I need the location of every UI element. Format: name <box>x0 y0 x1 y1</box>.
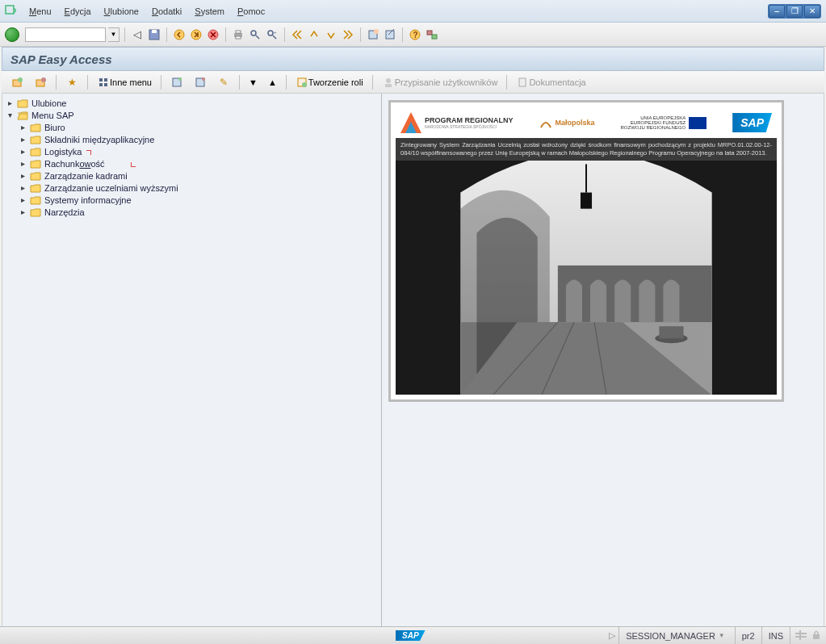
expand-icon[interactable]: ▸ <box>19 147 27 156</box>
dokumentacja-button: Dokumentacja <box>512 74 589 90</box>
new-session-icon[interactable] <box>366 27 380 42</box>
collapse-icon[interactable]: ▾ <box>6 111 14 119</box>
status-arrow-icon[interactable]: ▷ <box>606 630 618 641</box>
svg-rect-0 <box>6 6 14 14</box>
find-next-icon[interactable]: + <box>265 27 279 42</box>
przypisanie-button: Przypisanie użytkowników <box>378 74 502 90</box>
tworzenie-roli-button[interactable]: Tworzenie roli <box>291 74 367 90</box>
sap-logo: SAP <box>732 113 772 132</box>
help-icon[interactable]: ? <box>408 27 422 42</box>
navigation-tree[interactable]: ▸ Ulubione ▾ Menu SAP ▸Biuro▸Składniki m… <box>2 94 382 626</box>
folder-icon <box>29 194 42 206</box>
tree-node-child[interactable]: ▸Logistyka <box>19 145 378 157</box>
edit-pencil-button[interactable]: ✎ <box>213 74 234 90</box>
expand-icon[interactable]: ▸ <box>6 98 14 107</box>
expand-icon[interactable]: ▸ <box>19 171 27 180</box>
svg-rect-26 <box>104 78 107 82</box>
expand-icon[interactable]: ▸ <box>19 159 27 168</box>
svg-rect-16 <box>386 31 394 39</box>
menubar: Menu Edycja Ulubione Dodatki System Pomo… <box>0 0 826 23</box>
create-icon-button[interactable] <box>166 74 187 90</box>
shortcut-icon[interactable] <box>383 27 397 42</box>
svg-point-11 <box>268 31 273 36</box>
tree-node-menu-sap[interactable]: ▾ Menu SAP <box>6 109 378 121</box>
page-up-icon[interactable] <box>307 27 321 42</box>
page-down-icon[interactable] <box>324 27 338 42</box>
move-down-button[interactable]: ▼ <box>245 74 262 90</box>
svg-rect-19 <box>427 31 432 35</box>
expand-icon[interactable]: ▸ <box>19 195 27 204</box>
command-history-dropdown[interactable]: ▼ <box>108 27 119 42</box>
move-up-button[interactable]: ▲ <box>264 74 281 90</box>
folder-icon <box>29 134 42 145</box>
find-icon[interactable] <box>248 27 262 42</box>
status-session[interactable]: SESSION_MANAGER▼ <box>618 627 735 644</box>
info-text: Zintegrowany System Zarządzania Uczelnią… <box>396 138 777 161</box>
nav-back-icon[interactable] <box>172 27 187 42</box>
nav-cancel-icon[interactable] <box>206 27 220 42</box>
svg-rect-28 <box>104 83 107 86</box>
svg-rect-20 <box>432 35 437 39</box>
print-icon[interactable] <box>231 27 245 42</box>
content-pane: PROGRAM REGIONALNY NARODOWA STRATEGIA SP… <box>382 94 824 626</box>
save-icon[interactable] <box>147 27 161 42</box>
inne-menu-button[interactable]: Inne menu <box>93 74 156 90</box>
fav-star-button[interactable]: ★ <box>61 74 82 90</box>
status-bar: SAP ▷ SESSION_MANAGER▼ pr2 INS <box>0 626 826 644</box>
maximize-button[interactable]: ❐ <box>786 5 803 18</box>
svg-text:?: ? <box>413 31 418 40</box>
minimize-button[interactable]: ‒ <box>769 5 785 18</box>
tree-node-ulubione[interactable]: ▸ Ulubione <box>6 97 378 109</box>
app-menu-icon[interactable] <box>5 5 16 18</box>
menu-ulubione[interactable]: Ulubione <box>98 3 145 19</box>
status-lock-icon[interactable] <box>811 630 821 642</box>
svg-rect-47 <box>581 192 592 208</box>
tree-node-child[interactable]: ▸Systemy informacyjne <box>19 194 378 206</box>
application-toolbar: ★ Inne menu ✎ ▼ ▲ Tworzenie roli Przypis… <box>2 71 824 94</box>
tree-node-child[interactable]: ▸Rachunkowość <box>19 157 378 169</box>
nav-exit-icon[interactable] <box>189 27 203 42</box>
menu-edycja[interactable]: Edycja <box>58 3 98 19</box>
svg-line-10 <box>256 36 259 39</box>
fav-add-button[interactable] <box>6 74 27 90</box>
enter-button[interactable] <box>5 27 19 42</box>
menu-dodatki[interactable]: Dodatki <box>145 3 188 19</box>
status-server[interactable]: pr2 <box>735 627 761 644</box>
svg-rect-2 <box>152 30 157 33</box>
svg-rect-25 <box>99 78 103 82</box>
layout-icon[interactable] <box>425 27 439 42</box>
command-field[interactable] <box>25 27 106 42</box>
tree-node-child[interactable]: ▸Biuro <box>19 121 378 133</box>
folder-icon <box>29 182 42 194</box>
svg-text:+: + <box>274 30 277 35</box>
tree-node-child[interactable]: ▸Zarządzanie uczelniami wyższymi <box>19 182 378 194</box>
menu-menu[interactable]: Menu <box>23 3 58 19</box>
svg-point-24 <box>41 77 46 82</box>
folder-icon <box>29 170 42 182</box>
expand-icon[interactable]: ▸ <box>19 207 27 216</box>
window-controls: ‒ ❐ ✕ <box>768 4 821 19</box>
expand-icon[interactable]: ▸ <box>19 183 27 192</box>
close-button[interactable]: ✕ <box>804 5 820 18</box>
tree-node-child[interactable]: ▸Składniki międzyaplikacyjne <box>19 133 378 145</box>
back-icon[interactable]: ◁ <box>130 27 145 42</box>
menu-system[interactable]: System <box>188 3 231 19</box>
page-last-icon[interactable] <box>341 27 355 42</box>
expand-icon[interactable]: ▸ <box>19 135 27 144</box>
status-se-icon[interactable] <box>795 630 807 642</box>
inne-menu-label: Inne menu <box>110 77 152 87</box>
expand-icon[interactable]: ▸ <box>19 123 27 132</box>
page-first-icon[interactable] <box>290 27 304 42</box>
folder-icon <box>16 98 29 109</box>
eu-logo: UNIA EUROPEJSKA EUROPEJSKI FUNDUSZ ROZWO… <box>621 115 707 130</box>
status-end-icons <box>790 627 826 644</box>
svg-rect-54 <box>799 630 801 640</box>
menu-pomoc[interactable]: Pomoc <box>231 3 271 19</box>
fav-del-button[interactable] <box>30 74 51 90</box>
svg-point-34 <box>302 82 307 87</box>
folder-icon <box>29 207 42 218</box>
delete-icon-button[interactable] <box>190 74 211 90</box>
tree-node-child[interactable]: ▸Zarządzanie kadrami <box>19 169 378 182</box>
tree-node-child[interactable]: ▸Narzędzia <box>19 206 378 218</box>
cloister-photo <box>396 161 777 395</box>
